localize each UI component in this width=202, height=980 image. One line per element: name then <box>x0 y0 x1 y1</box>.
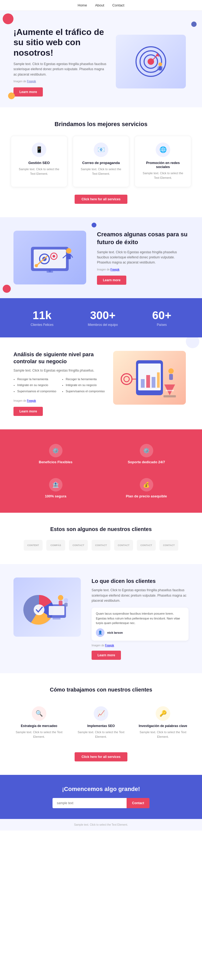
analysis-feature-col1-1: Intégrate en su negocio <box>17 383 56 387</box>
deco-circle-red <box>3 13 13 24</box>
clients-section: Estos son algunos de nuestros clientes C… <box>0 513 202 564</box>
service-card-2: 🌐 Promoción en redes sociales Sample tex… <box>135 136 191 187</box>
cta-title: ¡Comencemos algo grande! <box>13 786 189 792</box>
feature-icon-0: ⚙️ <box>49 444 63 457</box>
testimonial-credit: Imagen de Freepik <box>91 644 189 647</box>
svg-point-17 <box>66 248 71 253</box>
analysis-credit-link[interactable]: Freepik <box>27 399 36 402</box>
how-btn-wrap: Click here for all services <box>11 752 191 761</box>
feature-icon-2: 🏦 <box>49 478 63 492</box>
author-name: nick larson <box>107 631 123 634</box>
svg-rect-28 <box>157 372 160 388</box>
analysis-feature-col1-0: Recoger la herramienta <box>17 377 56 382</box>
svg-point-29 <box>121 374 132 385</box>
how-icon-0: 🔍 <box>32 706 46 721</box>
testimonial-title: Lo que dicen los clientes <box>91 578 189 584</box>
analysis-body: Sample text. Click to Egestas egestas fr… <box>13 368 105 373</box>
client-logo-5: CONTACT <box>137 540 156 550</box>
hero-cta-button[interactable]: Learn more <box>13 88 43 97</box>
footer: Sample text. Click to select the Text El… <box>0 819 202 830</box>
nav-link-contact[interactable]: Contact <box>112 3 124 7</box>
service-card-1: 📧 Correo de propaganda Sample text. Clic… <box>73 136 129 187</box>
creative-credit-link[interactable]: Freepik <box>111 268 119 271</box>
creative-illustration-container <box>13 231 89 285</box>
how-icon-1: 📈 <box>94 706 108 721</box>
features-section: ⚙️ Beneficios Flexibles ⚙️ Soporte dedic… <box>0 430 202 513</box>
creative-cta-button[interactable]: Learn more <box>97 275 126 285</box>
hero-title: ¡Aumente el tráfico de su sitio web con … <box>13 27 108 58</box>
service-text-1: Sample text. Click to select the Text El… <box>78 167 124 177</box>
stats-section: 11k Clientes Felices 300+ Miembros del e… <box>0 298 202 337</box>
deco-circle-blue <box>191 22 197 27</box>
services-btn-wrap: Click here for all services <box>11 195 191 204</box>
service-icon-1: 📧 <box>94 143 108 157</box>
cta-submit-button[interactable]: Contact <box>127 798 149 808</box>
how-grid: 🔍 Estrategia de mercadeo Sample text. Cl… <box>11 701 191 745</box>
how-card-2: 🔑 Investigación de palabras clave Sample… <box>135 701 191 745</box>
nav-link-home[interactable]: Home <box>78 3 87 7</box>
svg-rect-41 <box>53 618 61 619</box>
stat-number-1: 300+ <box>88 309 118 322</box>
deco-blue-analysis <box>186 337 199 348</box>
feature-title-2: 100% segura <box>45 494 67 498</box>
svg-point-14 <box>53 255 55 258</box>
creative-body: Sample text. Click to Egestas egestas fr… <box>97 250 189 266</box>
hero-section: ¡Aumente el tráfico de su sitio web con … <box>0 11 202 107</box>
hero-illustration-box <box>116 35 186 89</box>
svg-line-20 <box>71 255 73 258</box>
testimonial-quote-box: Quam lacus suspendisse faucibus interdum… <box>91 608 189 641</box>
creative-title: Creamos algunas cosas para su futuro de … <box>97 231 189 246</box>
creative-section: Creamos algunas cosas para su futuro de … <box>0 217 202 298</box>
nav-link-about[interactable]: About <box>95 3 104 7</box>
services-section: Brindamos los mejores servicios 📱 Gestió… <box>0 107 202 217</box>
how-card-0: 🔍 Estrategia de mercadeo Sample text. Cl… <box>11 701 67 745</box>
service-text-2: Sample text. Click to select the Text El… <box>140 171 186 180</box>
client-logo-6: CONTACT <box>159 540 178 550</box>
service-title-1: Correo de propaganda <box>78 161 124 165</box>
svg-rect-25 <box>141 379 144 388</box>
feature-title-3: Plan de precio asequible <box>126 494 167 498</box>
svg-rect-18 <box>67 254 71 259</box>
services-cta-button[interactable]: Click here for all services <box>75 195 128 204</box>
hero-left-content: ¡Aumente el tráfico de su sitio web con … <box>13 27 108 97</box>
services-grid: 📱 Gestión SEO Sample text. Click to sele… <box>11 136 191 187</box>
feature-title-1: Soporte dedicado 24/7 <box>128 460 165 464</box>
testimonial-section: Lo que dicen los clientes Sample text. C… <box>0 564 202 673</box>
service-icon-2: 🌐 <box>156 143 170 157</box>
testimonial-illustration-box <box>13 578 81 637</box>
creative-credit: Imagen de Freepik <box>97 267 189 272</box>
navbar: HomeAboutContact <box>0 0 202 11</box>
svg-rect-26 <box>146 375 150 388</box>
testimonial-credit-link[interactable]: Freepik <box>105 644 114 647</box>
feature-item-1: ⚙️ Soporte dedicado 24/7 <box>104 440 189 468</box>
stat-label-0: Clientes Felices <box>31 323 54 327</box>
testimonial-author-row: 👤 nick larson <box>96 628 184 637</box>
services-title: Brindamos los mejores servicios <box>11 121 191 128</box>
feature-item-3: 💰 Plan de precio asequible <box>104 474 189 502</box>
service-card-0: 📱 Gestión SEO Sample text. Click to sele… <box>11 136 67 187</box>
svg-rect-45 <box>64 603 67 606</box>
hero-credit-link[interactable]: Freepik <box>27 80 36 83</box>
clients-title: Estos son algunos de nuestros clientes <box>11 526 191 532</box>
how-title: Cómo trabajamos con nuestros clientes <box>11 687 191 693</box>
how-card-1: 📈 Implementas SEO Sample text. Click to … <box>73 701 129 745</box>
footer-text: Sample text. Click to select the Text El… <box>74 823 128 826</box>
testimonial-illustration-svg <box>20 583 74 631</box>
testimonial-illustration-container <box>13 578 83 637</box>
stat-number-0: 11k <box>31 309 54 322</box>
stat-item-0: 11k Clientes Felices <box>31 309 54 327</box>
creative-illustration-svg <box>23 236 77 279</box>
analysis-illustration-box <box>113 351 186 405</box>
analysis-feature-col2-0: Recoger la herramienta <box>66 377 105 382</box>
cta-email-input[interactable] <box>53 798 127 808</box>
clients-logos: CONTENTCOMPÁSCONTACTCONTACTCONTACTCONTAC… <box>11 540 191 550</box>
service-text-0: Sample text. Click to select the Text El… <box>16 167 62 177</box>
feature-title-0: Beneficios Flexibles <box>39 460 72 464</box>
analysis-cta-button[interactable]: Learn more <box>13 407 43 416</box>
how-card-title-1: Implementas SEO <box>77 724 125 728</box>
feature-item-0: ⚙️ Beneficios Flexibles <box>13 440 98 468</box>
how-cta-button[interactable]: Click here for all services <box>75 752 128 761</box>
analysis-feature-col2-1: Intégrate en su negocio <box>66 383 105 387</box>
cta-section: ¡Comencemos algo grande! Contact <box>0 775 202 819</box>
testimonial-cta-button[interactable]: Learn more <box>91 651 121 660</box>
